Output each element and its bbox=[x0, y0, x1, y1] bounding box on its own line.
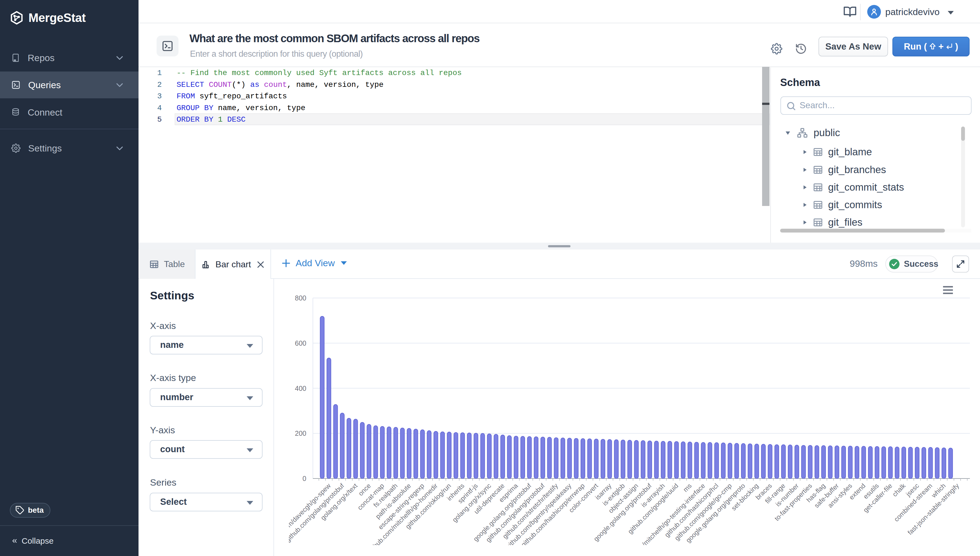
svg-text:github.com/google/go-cmp: github.com/google/go-cmp bbox=[673, 482, 733, 542]
svg-text:0: 0 bbox=[303, 475, 306, 482]
svg-text:400: 400 bbox=[295, 385, 306, 392]
svg-text:800: 800 bbox=[295, 294, 306, 302]
svg-text:200: 200 bbox=[295, 430, 306, 437]
svg-text:600: 600 bbox=[295, 339, 306, 347]
svg-text:chalk: chalk bbox=[891, 482, 907, 498]
